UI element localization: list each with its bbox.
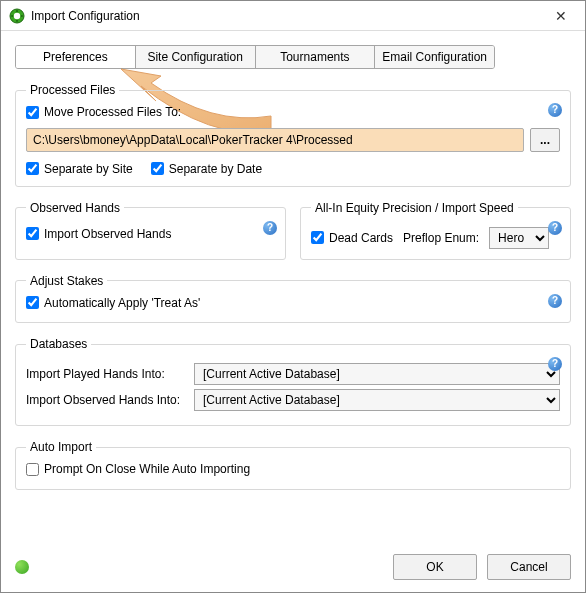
close-button[interactable]: ✕ — [541, 2, 581, 30]
separate-site-input[interactable] — [26, 162, 39, 175]
tab-site-configuration[interactable]: Site Configuration — [136, 46, 256, 68]
import-observed-input[interactable] — [26, 227, 39, 240]
client-area: Preferences Site Configuration Tournamen… — [1, 31, 585, 592]
move-processed-input[interactable] — [26, 106, 39, 119]
help-icon[interactable]: ? — [548, 221, 562, 235]
observed-hands-select[interactable]: [Current Active Database] — [194, 389, 560, 411]
tab-tournaments[interactable]: Tournaments — [256, 46, 376, 68]
preflop-enum-select[interactable]: Hero — [489, 227, 549, 249]
svg-point-4 — [11, 14, 13, 16]
prompt-on-close-checkbox[interactable]: Prompt On Close While Auto Importing — [26, 462, 250, 476]
separate-date-checkbox[interactable]: Separate by Date — [151, 162, 262, 176]
svg-point-3 — [16, 19, 18, 21]
titlebar: Import Configuration ✕ — [1, 1, 585, 31]
import-observed-label: Import Observed Hands — [44, 227, 171, 241]
group-processed-files-legend: Processed Files — [26, 83, 119, 97]
move-processed-checkbox[interactable]: Move Processed Files To: — [26, 105, 181, 119]
separate-site-label: Separate by Site — [44, 162, 133, 176]
app-icon — [9, 8, 25, 24]
prompt-on-close-label: Prompt On Close While Auto Importing — [44, 462, 250, 476]
tab-preferences[interactable]: Preferences — [16, 46, 136, 68]
separate-date-label: Separate by Date — [169, 162, 262, 176]
group-adjust-stakes-legend: Adjust Stakes — [26, 274, 107, 288]
dead-cards-input[interactable] — [311, 231, 324, 244]
tab-bar: Preferences Site Configuration Tournamen… — [15, 45, 495, 69]
separate-site-checkbox[interactable]: Separate by Site — [26, 162, 133, 176]
observed-hands-label: Import Observed Hands Into: — [26, 393, 186, 407]
close-icon: ✕ — [555, 8, 567, 24]
help-icon[interactable]: ? — [263, 221, 277, 235]
tab-email-configuration[interactable]: Email Configuration — [375, 46, 494, 68]
separate-date-input[interactable] — [151, 162, 164, 175]
help-icon[interactable]: ? — [548, 357, 562, 371]
help-icon[interactable]: ? — [548, 294, 562, 308]
cancel-button[interactable]: Cancel — [487, 554, 571, 580]
move-processed-label: Move Processed Files To: — [44, 105, 181, 119]
group-auto-import: Auto Import Prompt On Close While Auto I… — [15, 440, 571, 490]
group-auto-import-legend: Auto Import — [26, 440, 96, 454]
help-icon[interactable]: ? — [548, 103, 562, 117]
treat-as-checkbox[interactable]: Automatically Apply 'Treat As' — [26, 296, 200, 310]
group-adjust-stakes: Adjust Stakes ? Automatically Apply 'Tre… — [15, 274, 571, 324]
preflop-enum-label: Preflop Enum: — [403, 231, 479, 245]
svg-point-2 — [16, 10, 18, 12]
group-processed-files: Processed Files ? Move Processed Files T… — [15, 83, 571, 187]
group-databases: Databases ? Import Played Hands Into: [C… — [15, 337, 571, 426]
svg-point-1 — [14, 12, 20, 18]
treat-as-label: Automatically Apply 'Treat As' — [44, 296, 200, 310]
group-databases-legend: Databases — [26, 337, 91, 351]
group-observed-hands: Observed Hands ? Import Observed Hands — [15, 201, 286, 260]
dialog-footer: OK Cancel — [15, 554, 571, 580]
played-hands-label: Import Played Hands Into: — [26, 367, 186, 381]
browse-button[interactable]: ... — [530, 128, 560, 152]
dead-cards-checkbox[interactable]: Dead Cards — [311, 231, 393, 245]
status-icon — [15, 560, 29, 574]
treat-as-input[interactable] — [26, 296, 39, 309]
group-allin-equity: All-In Equity Precision / Import Speed ?… — [300, 201, 571, 260]
dead-cards-label: Dead Cards — [329, 231, 393, 245]
ok-button[interactable]: OK — [393, 554, 477, 580]
prompt-on-close-input[interactable] — [26, 463, 39, 476]
processed-path-field[interactable]: C:\Users\bmoney\AppData\Local\PokerTrack… — [26, 128, 524, 152]
played-hands-select[interactable]: [Current Active Database] — [194, 363, 560, 385]
group-allin-equity-legend: All-In Equity Precision / Import Speed — [311, 201, 518, 215]
svg-point-5 — [21, 14, 23, 16]
group-observed-hands-legend: Observed Hands — [26, 201, 124, 215]
import-observed-checkbox[interactable]: Import Observed Hands — [26, 227, 171, 241]
window-title: Import Configuration — [31, 9, 541, 23]
